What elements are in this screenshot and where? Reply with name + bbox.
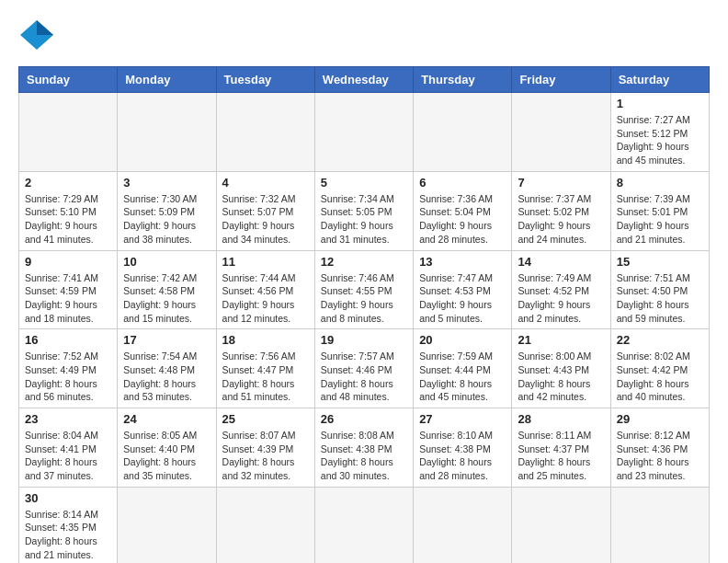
calendar-cell: 4Sunrise: 7:32 AM Sunset: 5:07 PM Daylig… (216, 171, 314, 250)
day-number: 6 (419, 176, 506, 190)
day-info: Sunrise: 8:10 AM Sunset: 4:38 PM Dayligh… (419, 429, 506, 483)
calendar-cell: 20Sunrise: 7:59 AM Sunset: 4:44 PM Dayli… (414, 329, 512, 408)
day-info: Sunrise: 8:05 AM Sunset: 4:40 PM Dayligh… (123, 429, 210, 483)
day-info: Sunrise: 8:04 AM Sunset: 4:41 PM Dayligh… (25, 429, 111, 483)
day-number: 14 (518, 255, 604, 269)
calendar-cell: 21Sunrise: 8:00 AM Sunset: 4:43 PM Dayli… (512, 329, 610, 408)
day-info: Sunrise: 8:12 AM Sunset: 4:36 PM Dayligh… (617, 429, 703, 483)
day-info: Sunrise: 7:42 AM Sunset: 4:58 PM Dayligh… (123, 271, 210, 326)
calendar-cell: 13Sunrise: 7:47 AM Sunset: 4:53 PM Dayli… (414, 250, 512, 329)
weekday-header-row: SundayMondayTuesdayWednesdayThursdayFrid… (19, 67, 710, 93)
calendar-cell: 7Sunrise: 7:37 AM Sunset: 5:02 PM Daylig… (512, 171, 610, 250)
day-number: 5 (321, 176, 407, 190)
calendar-cell: 17Sunrise: 7:54 AM Sunset: 4:48 PM Dayli… (118, 329, 216, 408)
day-number: 16 (25, 333, 111, 347)
calendar-cell: 28Sunrise: 8:11 AM Sunset: 4:37 PM Dayli… (512, 408, 610, 488)
calendar-cell: 3Sunrise: 7:30 AM Sunset: 5:09 PM Daylig… (118, 171, 216, 250)
weekday-header-tuesday: Tuesday (216, 67, 314, 93)
calendar-cell: 23Sunrise: 8:04 AM Sunset: 4:41 PM Dayli… (19, 408, 118, 488)
day-number: 10 (123, 255, 210, 269)
day-info: Sunrise: 8:02 AM Sunset: 4:42 PM Dayligh… (617, 350, 703, 404)
day-number: 29 (617, 412, 703, 426)
calendar-cell: 14Sunrise: 7:49 AM Sunset: 4:52 PM Dayli… (512, 250, 610, 329)
calendar-cell: 2Sunrise: 7:29 AM Sunset: 5:10 PM Daylig… (19, 171, 118, 250)
calendar-cell (118, 93, 216, 172)
day-number: 12 (321, 255, 407, 269)
day-number: 22 (617, 333, 703, 347)
calendar-cell: 22Sunrise: 8:02 AM Sunset: 4:42 PM Dayli… (610, 329, 709, 408)
calendar-cell: 30Sunrise: 8:14 AM Sunset: 4:35 PM Dayli… (19, 487, 118, 563)
day-number: 25 (222, 412, 309, 426)
weekday-header-friday: Friday (512, 67, 610, 93)
day-info: Sunrise: 7:56 AM Sunset: 4:47 PM Dayligh… (222, 350, 309, 404)
calendar-cell: 6Sunrise: 7:36 AM Sunset: 5:04 PM Daylig… (414, 171, 512, 250)
day-number: 13 (419, 255, 506, 269)
calendar: SundayMondayTuesdayWednesdayThursdayFrid… (18, 66, 710, 563)
day-number: 28 (518, 412, 604, 426)
day-info: Sunrise: 7:37 AM Sunset: 5:02 PM Dayligh… (518, 192, 604, 247)
day-info: Sunrise: 7:39 AM Sunset: 5:01 PM Dayligh… (617, 192, 703, 247)
day-number: 8 (617, 176, 703, 190)
day-number: 1 (617, 97, 703, 110)
calendar-week-row: 30Sunrise: 8:14 AM Sunset: 4:35 PM Dayli… (19, 487, 710, 563)
calendar-cell: 26Sunrise: 8:08 AM Sunset: 4:38 PM Dayli… (314, 408, 413, 488)
day-info: Sunrise: 7:49 AM Sunset: 4:52 PM Dayligh… (518, 271, 604, 326)
day-number: 4 (222, 176, 309, 190)
day-number: 11 (222, 255, 309, 269)
calendar-cell: 5Sunrise: 7:34 AM Sunset: 5:05 PM Daylig… (314, 171, 413, 250)
weekday-header-wednesday: Wednesday (314, 67, 413, 93)
calendar-week-row: 2Sunrise: 7:29 AM Sunset: 5:10 PM Daylig… (19, 171, 710, 250)
calendar-cell (512, 93, 610, 172)
calendar-cell (414, 487, 512, 563)
header (18, 18, 710, 52)
day-number: 9 (25, 255, 111, 269)
calendar-cell: 18Sunrise: 7:56 AM Sunset: 4:47 PM Dayli… (216, 329, 314, 408)
calendar-cell: 11Sunrise: 7:44 AM Sunset: 4:56 PM Dayli… (216, 250, 314, 329)
day-info: Sunrise: 7:36 AM Sunset: 5:04 PM Dayligh… (419, 192, 506, 247)
logo-icon (18, 18, 55, 52)
day-number: 21 (518, 333, 604, 347)
calendar-cell: 15Sunrise: 7:51 AM Sunset: 4:50 PM Dayli… (610, 250, 709, 329)
day-number: 3 (123, 176, 210, 190)
day-info: Sunrise: 8:14 AM Sunset: 4:35 PM Dayligh… (25, 508, 111, 562)
day-info: Sunrise: 8:11 AM Sunset: 4:37 PM Dayligh… (518, 429, 604, 483)
weekday-header-sunday: Sunday (19, 67, 118, 93)
calendar-cell: 19Sunrise: 7:57 AM Sunset: 4:46 PM Dayli… (314, 329, 413, 408)
day-info: Sunrise: 7:54 AM Sunset: 4:48 PM Dayligh… (123, 350, 210, 404)
day-number: 2 (25, 176, 111, 190)
day-number: 19 (321, 333, 407, 347)
day-info: Sunrise: 7:32 AM Sunset: 5:07 PM Dayligh… (222, 192, 309, 247)
calendar-cell: 10Sunrise: 7:42 AM Sunset: 4:58 PM Dayli… (118, 250, 216, 329)
calendar-cell (216, 487, 314, 563)
day-info: Sunrise: 8:00 AM Sunset: 4:43 PM Dayligh… (518, 350, 604, 404)
calendar-cell (118, 487, 216, 563)
calendar-week-row: 16Sunrise: 7:52 AM Sunset: 4:49 PM Dayli… (19, 329, 710, 408)
day-info: Sunrise: 7:51 AM Sunset: 4:50 PM Dayligh… (617, 271, 703, 326)
weekday-header-thursday: Thursday (414, 67, 512, 93)
day-info: Sunrise: 7:52 AM Sunset: 4:49 PM Dayligh… (25, 350, 111, 404)
day-number: 20 (419, 333, 506, 347)
day-info: Sunrise: 7:27 AM Sunset: 5:12 PM Dayligh… (617, 113, 703, 167)
calendar-cell: 12Sunrise: 7:46 AM Sunset: 4:55 PM Dayli… (314, 250, 413, 329)
calendar-cell: 1Sunrise: 7:27 AM Sunset: 5:12 PM Daylig… (610, 93, 709, 172)
calendar-cell: 8Sunrise: 7:39 AM Sunset: 5:01 PM Daylig… (610, 171, 709, 250)
day-info: Sunrise: 7:57 AM Sunset: 4:46 PM Dayligh… (321, 350, 407, 404)
day-number: 15 (617, 255, 703, 269)
calendar-cell (314, 487, 413, 563)
logo (18, 18, 61, 52)
calendar-cell: 16Sunrise: 7:52 AM Sunset: 4:49 PM Dayli… (19, 329, 118, 408)
day-number: 30 (25, 491, 111, 505)
day-info: Sunrise: 7:59 AM Sunset: 4:44 PM Dayligh… (419, 350, 506, 404)
day-number: 18 (222, 333, 309, 347)
day-info: Sunrise: 7:44 AM Sunset: 4:56 PM Dayligh… (222, 271, 309, 326)
weekday-header-monday: Monday (118, 67, 216, 93)
day-number: 23 (25, 412, 111, 426)
calendar-cell: 29Sunrise: 8:12 AM Sunset: 4:36 PM Dayli… (610, 408, 709, 488)
day-number: 26 (321, 412, 407, 426)
day-info: Sunrise: 7:29 AM Sunset: 5:10 PM Dayligh… (25, 192, 111, 247)
calendar-cell: 24Sunrise: 8:05 AM Sunset: 4:40 PM Dayli… (118, 408, 216, 488)
day-number: 27 (419, 412, 506, 426)
day-info: Sunrise: 8:07 AM Sunset: 4:39 PM Dayligh… (222, 429, 309, 483)
weekday-header-saturday: Saturday (610, 67, 709, 93)
calendar-cell (19, 93, 118, 172)
